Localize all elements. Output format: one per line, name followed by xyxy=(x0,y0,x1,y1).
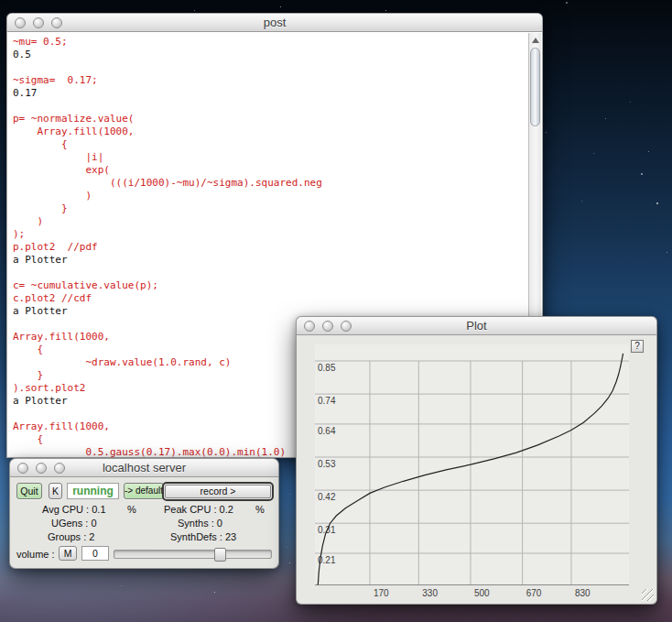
cpu-stats-row: Avg CPU : 0.1 % Peak CPU : 0.2 % xyxy=(10,504,278,516)
star xyxy=(280,6,281,7)
ugens-label: UGens : xyxy=(51,518,88,529)
volume-row: volume : M 0 xyxy=(10,548,278,564)
record-button[interactable]: record > xyxy=(165,485,271,498)
peak-cpu-label: Peak CPU : xyxy=(164,504,216,515)
star xyxy=(593,153,594,154)
x-axis-tick-label: 830 xyxy=(575,588,591,598)
code-line: a Plotter xyxy=(13,254,528,267)
star xyxy=(214,592,215,593)
ugens-stats-row: UGens : 0 Synths : 0 xyxy=(10,518,278,529)
code-line: ~mu= 0.5; xyxy=(13,36,528,49)
post-titlebar[interactable]: post xyxy=(7,14,542,32)
star xyxy=(566,2,568,4)
code-line: 0.5 xyxy=(13,49,528,61)
star xyxy=(641,173,643,175)
y-axis-tick-label: 0.85 xyxy=(318,363,336,373)
avg-cpu-unit: % xyxy=(127,504,136,515)
synths-value: 0 xyxy=(217,518,222,529)
star xyxy=(121,585,122,586)
x-axis-tick-label: 670 xyxy=(526,588,542,598)
volume-label: volume : xyxy=(16,549,55,560)
peak-cpu-unit: % xyxy=(255,504,265,515)
quit-button[interactable]: Quit xyxy=(16,483,42,499)
localhost-server-window: localhost server Quit K running -> defau… xyxy=(9,458,279,569)
x-axis-tick-label: 500 xyxy=(474,588,490,598)
default-button[interactable]: -> default xyxy=(124,483,164,499)
star xyxy=(667,252,667,253)
volume-slider-thumb[interactable] xyxy=(214,548,226,562)
peak-cpu-value: 0.2 xyxy=(220,504,233,515)
star xyxy=(385,10,386,11)
code-line: |i| xyxy=(13,151,528,164)
plot-chart: 0.850.740.640.530.420.310.21170330500670… xyxy=(297,337,656,605)
server-titlebar[interactable]: localhost server xyxy=(10,459,278,477)
volume-slider[interactable] xyxy=(114,550,272,559)
code-line: (((i/1000)-~mu)/~sigma).squared.neg xyxy=(13,177,528,190)
server-status-field: running xyxy=(67,483,119,499)
server-button-row: Quit K running -> default record > xyxy=(10,483,278,501)
code-line xyxy=(13,61,528,74)
y-axis-tick-label: 0.74 xyxy=(318,396,336,406)
synths-label: Synths : xyxy=(178,518,214,529)
server-window-title: localhost server xyxy=(10,459,278,477)
code-line: p= ~normalize.value( xyxy=(13,113,528,125)
y-axis-tick-label: 0.42 xyxy=(318,492,336,502)
x-axis-tick-label: 170 xyxy=(374,588,389,598)
groups-label: Groups : xyxy=(48,531,86,542)
post-scrollbar-thumb[interactable] xyxy=(530,48,540,126)
k-button[interactable]: K xyxy=(49,483,62,499)
groups-value: 2 xyxy=(89,531,94,542)
post-window-title: post xyxy=(7,14,542,32)
code-line xyxy=(13,267,528,279)
y-axis-tick-label: 0.64 xyxy=(318,426,336,436)
star xyxy=(605,118,606,119)
star xyxy=(648,151,649,152)
star xyxy=(287,547,287,548)
help-button[interactable]: ? xyxy=(631,340,644,353)
plot-window: Plot 0.850.740.640.530.420.310.211703305… xyxy=(296,316,657,605)
star xyxy=(581,201,582,202)
plot-window-title: Plot xyxy=(297,317,656,335)
code-line: Array.fill(1000, xyxy=(13,125,528,138)
avg-cpu-value: 0.1 xyxy=(92,504,105,515)
code-line xyxy=(13,100,528,113)
y-axis-tick-label: 0.53 xyxy=(318,459,336,469)
code-line: ~sigma= 0.17; xyxy=(13,74,528,87)
code-line: ) xyxy=(13,215,528,228)
code-line: { xyxy=(13,138,528,151)
code-line: ) xyxy=(13,190,528,202)
resize-grip[interactable] xyxy=(642,589,654,601)
groups-stats-row: Groups : 2 SynthDefs : 23 xyxy=(10,531,278,543)
star xyxy=(289,562,290,563)
code-line: c= ~cumulative.value(p); xyxy=(13,279,528,292)
plot-titlebar[interactable]: Plot xyxy=(297,317,656,335)
code-line: p.plot2 //pdf xyxy=(13,241,528,254)
star xyxy=(289,494,290,495)
record-button-ring: record > xyxy=(162,482,274,501)
x-axis-tick-label: 330 xyxy=(422,588,438,598)
code-line: c.plot2 //cdf xyxy=(13,292,528,305)
code-line: exp( xyxy=(13,164,528,177)
code-line: } xyxy=(13,202,528,215)
star xyxy=(630,102,631,103)
synthdefs-label: SynthDefs : xyxy=(170,531,222,542)
synthdefs-value: 23 xyxy=(225,531,236,542)
star xyxy=(546,132,547,133)
ugens-value: 0 xyxy=(91,518,96,529)
scroll-up-arrow-icon[interactable] xyxy=(532,38,539,43)
star xyxy=(194,10,195,11)
avg-cpu-label: Avg CPU : xyxy=(42,504,89,515)
code-line: 0.17 xyxy=(13,87,528,100)
code-line: ); xyxy=(13,228,528,241)
mute-button[interactable]: M xyxy=(59,546,77,561)
star xyxy=(656,202,658,204)
volume-value-field[interactable]: 0 xyxy=(81,546,109,561)
